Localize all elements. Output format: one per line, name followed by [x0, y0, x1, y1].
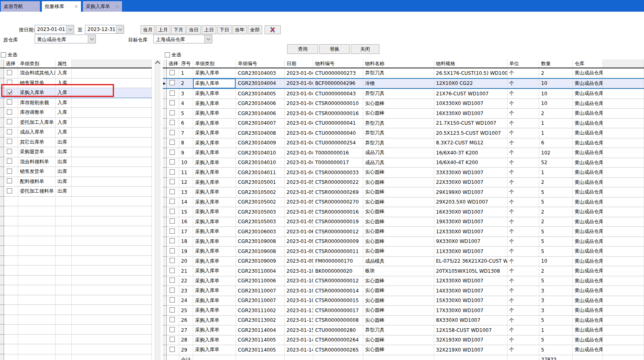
row-checkbox[interactable]: [170, 228, 175, 234]
close-button[interactable]: 关闭: [351, 44, 379, 54]
col-doc-type[interactable]: 单据类别: [18, 60, 55, 68]
document-row[interactable]: 7采购入库单CGR2301040082023-01-04CTU000000004…: [163, 128, 644, 138]
document-row[interactable]: 23采购入库单CGR2301100072023-01-10CTSR0000000…: [163, 286, 644, 296]
doc-type-row[interactable]: 库存调整单入库: [0, 108, 152, 118]
quick-date-button[interactable]: 当月: [141, 25, 155, 34]
document-row[interactable]: 5采购入库单CGR2301040062023-01-04CTSR00000000…: [163, 109, 644, 119]
document-row[interactable]: 8采购入库单CGR2301040092023-01-04CTU000000025…: [163, 138, 644, 148]
row-checkbox[interactable]: [170, 258, 175, 263]
chevron-down-icon[interactable]: [204, 35, 212, 43]
row-checkbox[interactable]: [170, 80, 175, 85]
col-spec[interactable]: 物料规格: [434, 60, 507, 68]
document-row[interactable]: 10采购入库单CGR2301040102023-01-04T0000000017…: [163, 158, 644, 168]
document-row[interactable]: 17采购入库单CGR2301060032023-01-06CTSR0000000…: [163, 227, 644, 237]
left-select-all[interactable]: 全选: [1, 51, 17, 58]
document-row[interactable]: 26采购入库单CGR2301130022023-01-13CTSR0000000…: [163, 315, 644, 325]
source-warehouse-select[interactable]: 黄山成品仓库: [35, 35, 96, 43]
col-attr[interactable]: 属性: [55, 60, 71, 68]
row-checkbox[interactable]: [170, 327, 175, 332]
row-checkbox[interactable]: [170, 179, 175, 184]
row-checkbox[interactable]: [7, 169, 12, 174]
row-checkbox[interactable]: [170, 347, 175, 352]
row-checkbox[interactable]: [170, 120, 175, 125]
document-row[interactable]: 19采购入库单CGR2301090082023-01-09CTSR0000000…: [163, 247, 644, 257]
row-checkbox[interactable]: [170, 189, 175, 194]
doc-type-row[interactable]: 委托加工入库单入库: [0, 117, 152, 128]
document-row[interactable]: 20采购入库单CGR2301090092023-01-09FM000000017…: [163, 256, 644, 266]
row-checkbox[interactable]: [7, 188, 12, 193]
close-icon[interactable]: ×: [74, 4, 78, 9]
quick-date-button[interactable]: 当日: [186, 25, 201, 34]
chevron-down-icon[interactable]: [66, 25, 74, 33]
row-checkbox[interactable]: [170, 150, 175, 155]
row-checkbox[interactable]: [7, 129, 12, 134]
select-all-checkbox[interactable]: [1, 52, 6, 58]
document-row[interactable]: 12采购入库单CGR2301050012023-01-05CTSR0000000…: [163, 177, 644, 187]
row-checkbox[interactable]: [170, 268, 175, 273]
row-checkbox[interactable]: [170, 317, 175, 322]
row-checkbox[interactable]: [7, 139, 12, 144]
row-checkbox[interactable]: [170, 337, 175, 342]
doc-type-row[interactable]: 混合料或其他入库入库: [0, 68, 152, 78]
query-button[interactable]: 查询: [287, 44, 318, 54]
quick-date-button[interactable]: 上日: [202, 25, 216, 34]
chevron-down-icon[interactable]: [116, 25, 124, 33]
row-checkbox[interactable]: [170, 110, 175, 115]
quick-date-button[interactable]: 当年: [232, 25, 247, 34]
row-checkbox[interactable]: [170, 70, 175, 75]
row-checkbox[interactable]: [170, 130, 175, 135]
doc-type-row[interactable]: 库存期初余额入库: [0, 98, 152, 108]
right-select-all[interactable]: 全选: [165, 51, 181, 58]
tab-desktop-nav[interactable]: 桌面导航: [1, 1, 40, 12]
col-warehouse[interactable]: 仓库: [572, 60, 603, 68]
row-checkbox[interactable]: [170, 218, 175, 224]
row-checkbox[interactable]: [170, 159, 175, 165]
row-checkbox[interactable]: [170, 288, 175, 293]
left-table-scrollbar[interactable]: [154, 60, 161, 360]
row-checkbox[interactable]: [170, 238, 175, 243]
row-checkbox[interactable]: [7, 99, 12, 105]
scroll-up-icon[interactable]: [154, 60, 161, 66]
date-to-select[interactable]: 2023-12-31: [85, 25, 124, 34]
doc-type-row[interactable]: 销售发货单出库: [0, 167, 152, 177]
doc-type-row[interactable]: 采购退货单出库: [0, 147, 152, 157]
document-row[interactable]: 22采购入库单CGR2301100062023-01-10CTSR0000000…: [163, 276, 644, 286]
row-checkbox[interactable]: [170, 278, 175, 283]
document-row[interactable]: 24采购入库单CGR2301100072023-01-10CTSR0000000…: [163, 296, 644, 306]
replace-button[interactable]: 替换: [319, 44, 350, 54]
col-seq[interactable]: 序号: [179, 60, 193, 68]
row-checkbox[interactable]: [7, 149, 12, 154]
document-row[interactable]: 25采购入库单CGR2301110022023-01-11CTSR0000000…: [163, 306, 644, 316]
row-checkbox[interactable]: [170, 248, 175, 253]
document-row[interactable]: ▶2采购入库单CGR2301040042023-01-04BCF00000042…: [163, 78, 644, 89]
col-unit[interactable]: 单位: [507, 60, 539, 68]
document-row[interactable]: 13采购入库单CGR2301050022023-01-05CTSR0000000…: [163, 187, 644, 197]
col-doc-no[interactable]: 单据编号: [236, 60, 284, 68]
quick-date-button[interactable]: 上月: [156, 25, 170, 34]
document-row[interactable]: 16采购入库单CGR2301050032023-01-05CTSR0000000…: [163, 217, 644, 227]
document-row[interactable]: 15采购入库单CGR2301050032023-01-05CTSR0000000…: [163, 207, 644, 217]
document-row[interactable]: 27采购入库单CGR2301140042023-01-15CTU00000002…: [163, 325, 644, 335]
tab-batch-transfer[interactable]: 批量移库 ×: [42, 1, 81, 12]
doc-type-row[interactable]: 委托加工领料单出库: [0, 187, 152, 197]
close-icon[interactable]: ×: [115, 4, 119, 9]
document-row[interactable]: 9采购入库单CGR2301040102023-01-04T0000000016成…: [163, 148, 644, 158]
document-row[interactable]: 4采购入库单CGR2301040062023-01-04CTSR00000000…: [163, 99, 644, 109]
clear-date-button[interactable]: [265, 25, 281, 34]
chevron-down-icon[interactable]: [88, 35, 95, 43]
doc-type-row[interactable]: 其它出库单出库: [0, 137, 152, 147]
quick-date-button[interactable]: 全部: [248, 25, 262, 34]
document-row[interactable]: 29采购入库单CGR2301140052023-01-14CTSR0000000…: [163, 345, 644, 355]
row-checkbox[interactable]: [170, 307, 175, 313]
row-checkbox[interactable]: [170, 169, 175, 175]
row-checkbox[interactable]: [7, 119, 12, 124]
document-row[interactable]: 28采购入库单CGR2301140052023-01-14CTSR0000000…: [163, 335, 644, 345]
doc-type-row[interactable]: 混合料领料单出库: [0, 157, 152, 167]
document-row[interactable]: 1采购入库单CGR2301040032023-01-04CTU000000027…: [163, 68, 644, 78]
row-checkbox[interactable]: [170, 140, 175, 145]
col-select[interactable]: 选择: [166, 60, 179, 68]
document-row[interactable]: 6采购入库单CGR2301040072023-01-04CTU000000004…: [163, 118, 644, 128]
col-doc-type[interactable]: 单据类别: [193, 60, 236, 68]
col-item-no[interactable]: 物料编号: [313, 60, 363, 68]
row-checkbox[interactable]: [170, 91, 175, 96]
